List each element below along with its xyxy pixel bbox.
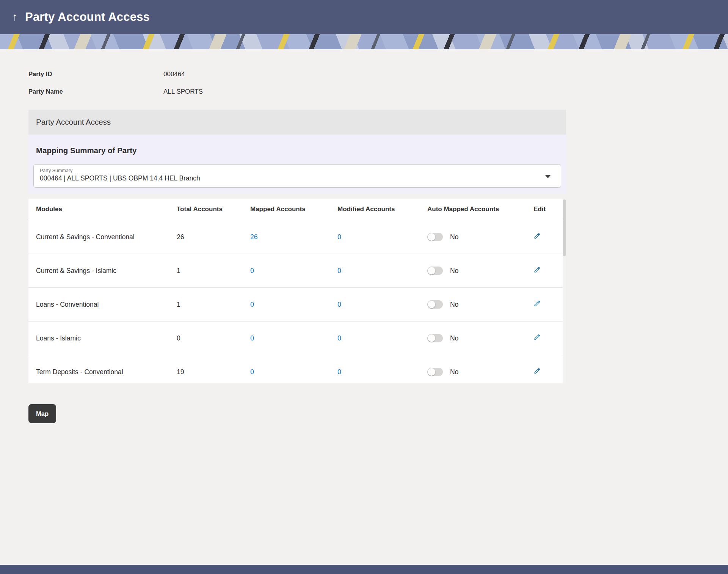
edit-pencil-icon[interactable]: [533, 334, 541, 341]
mapped-accounts-link[interactable]: 0: [250, 334, 254, 342]
party-id-value: 000464: [163, 71, 185, 78]
auto-mapped-label: No: [450, 233, 458, 241]
table-row: Current & Savings - Islamic 1 0 0 No: [28, 254, 566, 288]
toggle-knob: [428, 233, 435, 241]
section-title: Party Account Access: [36, 118, 111, 127]
back-arrow-icon[interactable]: ↑: [7, 11, 23, 23]
mapped-accounts-link[interactable]: 0: [250, 368, 254, 376]
total-accounts-value: 1: [177, 267, 250, 275]
table-scrollbar-thumb[interactable]: [563, 199, 566, 256]
module-name: Loans - Islamic: [36, 334, 177, 342]
table-body: Current & Savings - Conventional 26 26 0…: [28, 220, 566, 383]
decorative-pattern-strip: [0, 34, 728, 49]
table-row: Term Deposits - Conventional 19 0 0 No: [28, 355, 566, 383]
party-summary-dropdown-value: 000464 | ALL SPORTS | UBS OBPM 14.4 HEL …: [40, 174, 538, 182]
auto-mapped-label: No: [450, 334, 458, 342]
toggle-knob: [428, 334, 435, 342]
toggle-knob: [428, 368, 435, 376]
total-accounts-value: 1: [177, 301, 250, 309]
footer-bar: [0, 565, 728, 574]
toggle-knob: [428, 267, 435, 274]
party-name-label: Party Name: [28, 88, 163, 96]
auto-mapped-label: No: [450, 368, 458, 376]
edit-pencil-icon[interactable]: [533, 367, 541, 375]
mapping-summary-panel: Mapping Summary of Party Party Summary 0…: [28, 135, 566, 194]
edit-pencil-icon[interactable]: [533, 266, 541, 273]
col-header-edit: Edit: [533, 205, 554, 213]
mapped-accounts-link[interactable]: 0: [250, 301, 254, 308]
edit-pencil-icon[interactable]: [533, 232, 541, 240]
total-accounts-value: 19: [177, 368, 250, 376]
modules-table: Modules Total Accounts Mapped Accounts M…: [28, 199, 566, 383]
col-header-mapped-accounts: Mapped Accounts: [250, 205, 337, 213]
table-row: Loans - Conventional 1 0 0 No: [28, 288, 566, 322]
total-accounts-value: 0: [177, 334, 250, 342]
mapped-accounts-link[interactable]: 26: [250, 233, 257, 241]
party-id-row: Party ID 000464: [28, 71, 566, 78]
col-header-auto-mapped-accounts: Auto Mapped Accounts: [427, 205, 533, 213]
section-title-bar: Party Account Access: [28, 110, 566, 135]
chevron-down-icon: [545, 175, 551, 178]
modified-accounts-link[interactable]: 0: [337, 334, 341, 342]
modified-accounts-link[interactable]: 0: [337, 368, 341, 376]
col-header-modified-accounts: Modified Accounts: [337, 205, 427, 213]
page-title: Party Account Access: [25, 10, 150, 24]
app-header: ↑ Party Account Access: [0, 0, 728, 34]
modified-accounts-link[interactable]: 0: [337, 233, 341, 241]
auto-mapped-toggle[interactable]: [427, 368, 443, 376]
mapping-summary-title: Mapping Summary of Party: [28, 135, 566, 164]
table-row: Loans - Islamic 0 0 0 No: [28, 322, 566, 355]
module-name: Term Deposits - Conventional: [36, 368, 177, 376]
auto-mapped-label: No: [450, 301, 458, 308]
auto-mapped-toggle[interactable]: [427, 334, 443, 342]
table-header-row: Modules Total Accounts Mapped Accounts M…: [28, 199, 566, 220]
map-button[interactable]: Map: [28, 404, 56, 423]
mapped-accounts-link[interactable]: 0: [250, 267, 254, 274]
module-name: Loans - Conventional: [36, 301, 177, 309]
table-scrollbar[interactable]: [563, 199, 566, 383]
party-name-value: ALL SPORTS: [163, 88, 203, 96]
edit-pencil-icon[interactable]: [533, 300, 541, 307]
party-summary-dropdown[interactable]: Party Summary 000464 | ALL SPORTS | UBS …: [33, 164, 561, 188]
table-row: Current & Savings - Conventional 26 26 0…: [28, 220, 566, 254]
auto-mapped-label: No: [450, 267, 458, 274]
modified-accounts-link[interactable]: 0: [337, 267, 341, 274]
module-name: Current & Savings - Conventional: [36, 233, 177, 241]
auto-mapped-toggle[interactable]: [427, 300, 443, 309]
col-header-total-accounts: Total Accounts: [177, 205, 250, 213]
modified-accounts-link[interactable]: 0: [337, 301, 341, 308]
col-header-modules: Modules: [36, 205, 177, 213]
party-summary-dropdown-label: Party Summary: [40, 168, 538, 173]
party-id-label: Party ID: [28, 71, 163, 78]
module-name: Current & Savings - Islamic: [36, 267, 177, 275]
auto-mapped-toggle[interactable]: [427, 233, 443, 241]
total-accounts-value: 26: [177, 233, 250, 241]
auto-mapped-toggle[interactable]: [427, 267, 443, 275]
toggle-knob: [428, 301, 435, 308]
party-name-row: Party Name ALL SPORTS: [28, 88, 566, 96]
